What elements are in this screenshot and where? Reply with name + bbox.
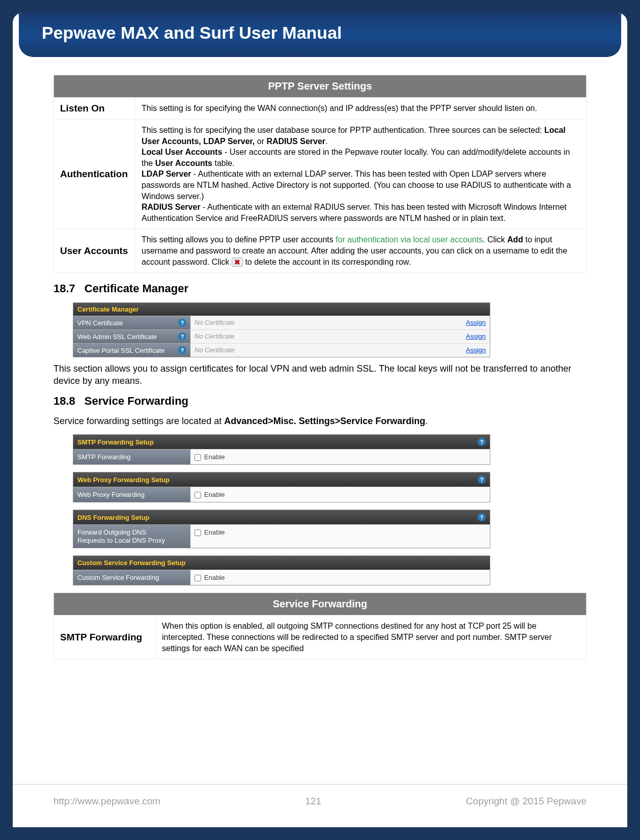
- smtp-row-value: Enable: [190, 449, 490, 464]
- sf-intro-a: Service forwarding settings are located …: [53, 416, 224, 426]
- webproxy-header-text: Web Proxy Forwarding Setup: [77, 476, 170, 484]
- smtp-row-label: SMTP Forwarding: [73, 449, 190, 464]
- auth-ldap-b: LDAP Server: [142, 170, 191, 178]
- row-label-user-accounts: User Accounts: [54, 229, 135, 273]
- custom-enable-checkbox[interactable]: [194, 575, 201, 581]
- dns-header: DNS Forwarding Setup?: [73, 510, 490, 524]
- footer-page-number: 121: [305, 796, 321, 807]
- cert-row-vpn: VPN Certificate? No Certificate Assign: [73, 316, 490, 329]
- section-18-8-title: Service Forwarding: [85, 395, 188, 407]
- smtp-forwarding-group: SMTP Forwarding Setup? SMTP Forwarding E…: [73, 434, 490, 465]
- cert-label-captive-text: Captive Portal SSL Certificate: [77, 347, 164, 354]
- section-18-7-title: Certificate Manager: [85, 282, 188, 295]
- webproxy-row-value: Enable: [190, 487, 490, 502]
- auth-radius-t: - Authenticate with an external RADIUS s…: [142, 203, 567, 222]
- auth-local-b2: User Accounts: [155, 159, 212, 167]
- sf-table-title: Service Forwarding: [54, 593, 587, 615]
- cert-label-captive: Captive Portal SSL Certificate?: [73, 343, 190, 357]
- cert-assign-vpn[interactable]: Assign: [459, 316, 490, 329]
- sf-row-label: SMTP Forwarding: [54, 615, 156, 659]
- service-forwarding-intro: Service forwarding settings are located …: [53, 415, 587, 427]
- help-icon[interactable]: ?: [178, 346, 186, 354]
- cert-header: Certificate Manager: [73, 303, 490, 316]
- ua-t4: to delete the account in its correspondi…: [245, 258, 411, 266]
- cert-value-vpn: No Certificate: [190, 316, 459, 329]
- auth-period: .: [325, 137, 327, 146]
- row-desc-user-accounts: This setting allows you to define PPTP u…: [135, 229, 587, 273]
- ua-add-bold: Add: [507, 235, 523, 244]
- custom-header: Custom Service Forwarding Setup: [73, 556, 490, 570]
- webproxy-header: Web Proxy Forwarding Setup?: [73, 472, 490, 487]
- cert-label-vpn-text: VPN Certificate: [77, 319, 123, 327]
- custom-header-text: Custom Service Forwarding Setup: [77, 559, 185, 567]
- page-footer: http://www.pepwave.com 121 Copyright @ 2…: [13, 784, 627, 827]
- custom-forwarding-group: Custom Service Forwarding Setup Custom S…: [73, 555, 490, 585]
- service-forwarding-table: Service Forwarding SMTP Forwarding When …: [53, 593, 587, 659]
- auth-intro: This setting is for specifying the user …: [142, 126, 544, 134]
- row-label-authentication: Authentication: [54, 120, 135, 229]
- pptp-table-title: PPTP Server Settings: [54, 75, 587, 98]
- smtp-enable-label: Enable: [204, 453, 225, 461]
- pptp-settings-table: PPTP Server Settings Listen On This sett…: [53, 75, 587, 273]
- webproxy-enable-label: Enable: [204, 491, 225, 498]
- certificate-manager-table: Certificate Manager VPN Certificate? No …: [73, 302, 490, 357]
- sf-row-desc: When this option is enabled, all outgoin…: [156, 615, 587, 659]
- footer-url: http://www.pepwave.com: [53, 796, 160, 807]
- auth-local-b: Local User Accounts: [142, 148, 222, 156]
- row-desc-authentication: This setting is for specifying the user …: [135, 120, 587, 229]
- cert-assign-captive[interactable]: Assign: [459, 343, 490, 357]
- cert-row-web: Web Admin SSL Certificate? No Certificat…: [73, 329, 490, 343]
- auth-mid1: or: [255, 137, 266, 146]
- auth-bold2: RADIUS Server: [266, 137, 325, 146]
- cert-assign-web[interactable]: Assign: [459, 329, 490, 343]
- help-icon[interactable]: ?: [478, 438, 486, 446]
- cert-label-web-text: Web Admin SSL Certificate: [77, 333, 157, 341]
- section-18-8-num: 18.8: [53, 395, 75, 407]
- webproxy-forwarding-group: Web Proxy Forwarding Setup? Web Proxy Fo…: [73, 472, 490, 502]
- section-18-8-heading: 18.8Service Forwarding: [53, 395, 587, 408]
- row-label-listen-on: Listen On: [54, 98, 135, 120]
- smtp-header-text: SMTP Forwarding Setup: [77, 438, 154, 446]
- document-page: Pepwave MAX and Surf User Manual PPTP Se…: [13, 13, 627, 827]
- help-icon[interactable]: ?: [478, 475, 486, 484]
- dns-header-text: DNS Forwarding Setup: [77, 514, 150, 521]
- custom-row-label: Custom Service Forwarding: [73, 570, 190, 585]
- sf-intro-c: .: [425, 416, 428, 426]
- page-content: PPTP Server Settings Listen On This sett…: [13, 57, 627, 679]
- cert-label-web: Web Admin SSL Certificate?: [73, 329, 190, 343]
- dns-forwarding-group: DNS Forwarding Setup? Forward Outgoing D…: [73, 510, 490, 548]
- dns-label2: Requests to Local DNS Proxy: [77, 537, 165, 544]
- dns-row-value: Enable: [190, 524, 490, 548]
- dns-label1: Forward Outgoing DNS: [77, 528, 146, 536]
- delete-icon[interactable]: ✖: [232, 258, 243, 267]
- section-18-7-num: 18.7: [53, 282, 75, 295]
- ua-t2: . Click: [483, 235, 507, 244]
- cert-description: This section allows you to assign certif…: [53, 362, 587, 387]
- auth-ldap-t: - Authenticate with an external LDAP ser…: [142, 170, 571, 200]
- footer-copyright: Copyright @ 2015 Pepwave: [466, 796, 587, 807]
- manual-title: Pepwave MAX and Surf User Manual: [19, 13, 621, 57]
- smtp-enable-checkbox[interactable]: [194, 454, 201, 461]
- webproxy-row-label: Web Proxy Forwarding: [73, 487, 190, 502]
- section-18-7-heading: 18.7Certificate Manager: [53, 282, 587, 295]
- custom-row-value: Enable: [190, 570, 490, 585]
- row-desc-listen-on: This setting is for specifying the WAN c…: [135, 98, 587, 120]
- auth-radius-b: RADIUS Server: [142, 203, 201, 211]
- dns-row-label: Forward Outgoing DNSRequests to Local DN…: [73, 524, 190, 548]
- sf-intro-b: Advanced>Misc. Settings>Service Forwardi…: [224, 416, 425, 426]
- cert-value-captive: No Certificate: [190, 343, 459, 357]
- ua-t1: This setting allows you to define PPTP u…: [142, 235, 336, 244]
- service-forwarding-panels: SMTP Forwarding Setup? SMTP Forwarding E…: [73, 434, 490, 585]
- dns-enable-label: Enable: [204, 528, 225, 536]
- dns-enable-checkbox[interactable]: [194, 529, 201, 536]
- cert-row-captive: Captive Portal SSL Certificate? No Certi…: [73, 343, 490, 357]
- help-icon[interactable]: ?: [178, 319, 186, 327]
- help-icon[interactable]: ?: [178, 332, 186, 341]
- ua-green: for authentication via local user accoun…: [336, 235, 483, 244]
- smtp-header: SMTP Forwarding Setup?: [73, 435, 490, 449]
- cert-value-web: No Certificate: [190, 329, 459, 343]
- webproxy-enable-checkbox[interactable]: [194, 492, 201, 498]
- auth-local-t2: table.: [212, 159, 235, 167]
- help-icon[interactable]: ?: [478, 513, 486, 521]
- custom-enable-label: Enable: [204, 574, 225, 581]
